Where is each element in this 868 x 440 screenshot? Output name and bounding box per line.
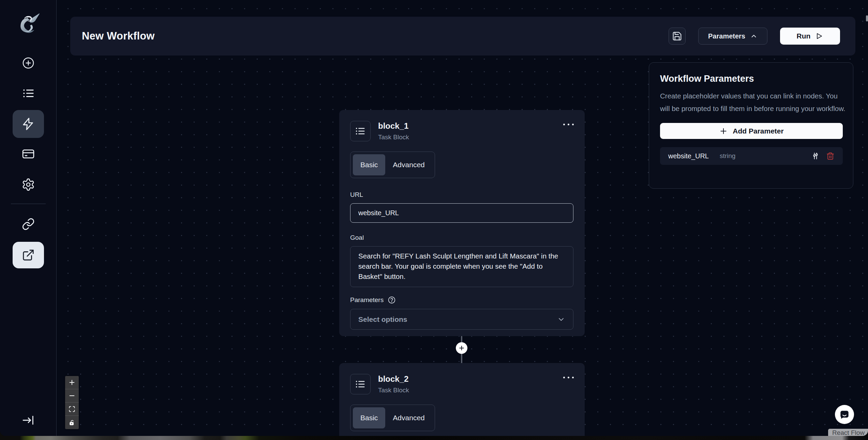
parameters-field-label-text: Parameters xyxy=(350,296,384,304)
url-field-label: URL xyxy=(350,191,574,199)
sidebar-item-open-external[interactable] xyxy=(13,242,44,268)
react-flow-attribution-label: React Flow xyxy=(832,429,865,436)
block-title: block_2 xyxy=(378,374,409,384)
block-type-iconbox xyxy=(350,374,371,394)
create-workflow-icon[interactable] xyxy=(21,56,36,70)
parameter-type: string xyxy=(720,152,735,160)
url-input[interactable] xyxy=(350,203,573,223)
add-block-between-button[interactable] xyxy=(456,342,467,354)
chat-smiley-icon xyxy=(838,408,851,421)
arrow-right-to-line-icon xyxy=(21,413,35,427)
task-block-node-2[interactable]: block_2 Task Block Basic Advanced xyxy=(339,363,585,436)
block-menu-ellipsis[interactable] xyxy=(563,121,574,125)
parameters-toggle-label: Parameters xyxy=(708,32,745,40)
block-menu-ellipsis[interactable] xyxy=(563,374,574,378)
support-chat-button[interactable] xyxy=(835,405,854,424)
integrations-link-icon[interactable] xyxy=(21,217,36,232)
tab-basic[interactable]: Basic xyxy=(353,154,385,175)
runs-list-icon[interactable] xyxy=(21,86,36,101)
zoom-in-button[interactable] xyxy=(65,376,79,389)
chevron-down-icon xyxy=(557,315,565,324)
sidebar-item-workflows[interactable] xyxy=(13,110,44,138)
block-tabs: Basic Advanced xyxy=(350,405,435,431)
save-floppy-icon xyxy=(672,31,682,41)
parameter-key: website_URL xyxy=(668,152,709,160)
zoom-out-button[interactable] xyxy=(65,389,79,403)
workflow-header: New Workflow Parameters xyxy=(70,17,855,56)
vertical-scrollbar-thumb[interactable] xyxy=(866,15,868,21)
fit-view-button[interactable] xyxy=(65,403,79,416)
parameters-select-placeholder: Select options xyxy=(358,315,407,324)
workflow-canvas[interactable]: New Workflow Parameters xyxy=(57,0,868,436)
run-label: Run xyxy=(797,32,811,40)
parameters-toggle-button[interactable]: Parameters xyxy=(698,28,767,45)
list-icon xyxy=(355,126,366,137)
block-tabs: Basic Advanced xyxy=(350,152,435,178)
external-link-icon xyxy=(22,249,35,262)
panel-description: Create placeholder values that you can l… xyxy=(660,90,846,115)
settings-gear-icon[interactable] xyxy=(21,177,36,192)
parameter-row: website_URL string xyxy=(660,147,843,165)
task-block-node-1[interactable]: block_1 Task Block Basic Advanced URL Go… xyxy=(339,110,585,336)
billing-icon[interactable] xyxy=(21,146,36,161)
run-button[interactable]: Run xyxy=(780,28,840,45)
lock-interactivity-button[interactable] xyxy=(65,416,79,429)
expand-sidebar-button[interactable] xyxy=(20,412,36,428)
add-parameter-label: Add Parameter xyxy=(733,127,783,135)
tab-advanced[interactable]: Advanced xyxy=(385,407,432,428)
plus-icon xyxy=(458,345,465,351)
block-type-label: Task Block xyxy=(378,387,409,394)
block-title: block_1 xyxy=(378,121,409,131)
chevron-up-icon xyxy=(750,32,758,40)
page-title: New Workflow xyxy=(82,30,155,42)
panel-title: Workflow Parameters xyxy=(660,74,842,84)
goal-textarea[interactable]: Search for "REFY Lash Sculpt Lengthen an… xyxy=(350,246,573,287)
zap-icon xyxy=(21,117,35,131)
parameters-select[interactable]: Select options xyxy=(350,309,573,330)
tab-advanced[interactable]: Advanced xyxy=(385,154,432,175)
block-type-iconbox xyxy=(350,121,371,141)
workflow-parameters-panel: Workflow Parameters Create placeholder v… xyxy=(649,62,853,189)
plus-icon xyxy=(719,127,728,136)
delete-parameter-trash-icon[interactable] xyxy=(826,152,835,160)
block-type-label: Task Block xyxy=(378,133,409,141)
app-window: New Workflow Parameters xyxy=(0,0,868,436)
save-button[interactable] xyxy=(669,28,686,45)
screen: New Workflow Parameters xyxy=(0,0,868,440)
canvas-controls xyxy=(65,376,79,429)
sidebar-divider xyxy=(11,204,46,204)
play-icon xyxy=(815,32,823,40)
react-flow-attribution[interactable]: React Flow xyxy=(828,429,868,436)
edit-parameter-sliders-icon[interactable] xyxy=(811,152,820,160)
help-circle-icon[interactable] xyxy=(388,296,396,304)
sidebar xyxy=(0,0,57,436)
list-icon xyxy=(355,379,366,390)
add-parameter-button[interactable]: Add Parameter xyxy=(660,123,843,139)
skyvern-logo xyxy=(14,10,43,38)
goal-field-label: Goal xyxy=(350,234,574,241)
tab-basic[interactable]: Basic xyxy=(353,407,385,428)
parameters-field-label: Parameters xyxy=(350,296,574,304)
